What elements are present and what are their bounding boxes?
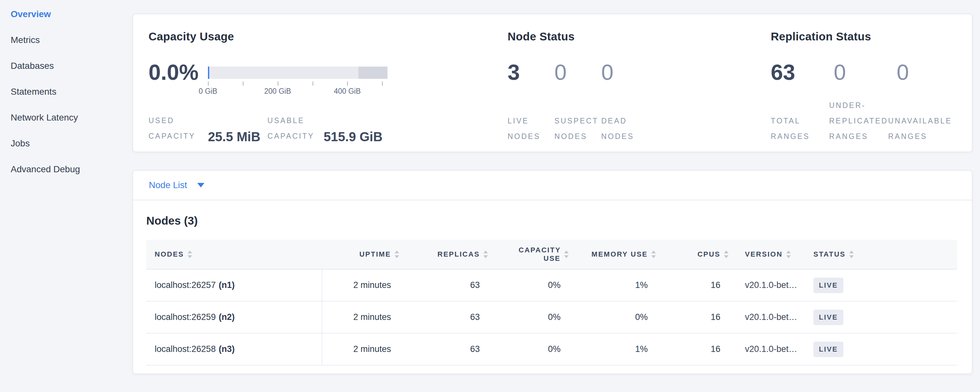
- status-cell: LIVE: [805, 301, 957, 333]
- dead-nodes-label: DEAD NODES: [601, 97, 646, 144]
- memory-use-cell: 1%: [572, 333, 659, 365]
- capacity-gauge-row: 0.0%: [148, 61, 508, 97]
- capacity-use-cell: 0%: [492, 269, 572, 301]
- column-header-status[interactable]: STATUS: [805, 240, 957, 269]
- sort-icon: [564, 250, 569, 258]
- suspect-nodes-value: 0: [554, 61, 601, 84]
- status-badge: LIVE: [813, 342, 843, 357]
- live-nodes-value: 3: [508, 61, 554, 84]
- capacity-stats: USED CAPACITY 25.5 MiB USABLE CAPACITY 5…: [148, 113, 508, 144]
- axis-tick: [382, 81, 383, 86]
- node-address-cell[interactable]: localhost:26258(n3): [146, 333, 322, 365]
- replicas-cell: 63: [402, 333, 492, 365]
- total-ranges-value: 63: [771, 61, 834, 84]
- sidebar-item-network-latency[interactable]: Network Latency: [11, 113, 132, 122]
- replication-status-labels: TOTAL RANGES UNDER-REPLICATED RANGES UNA…: [771, 97, 972, 144]
- table-header-row: NODES UPTIME REPLICAS: [146, 240, 957, 269]
- version-cell: v20.1.0-bet…: [732, 333, 805, 365]
- usable-capacity-value: 515.9 GiB: [323, 130, 382, 143]
- cluster-summary-card: Capacity Usage 0.0%: [132, 14, 972, 152]
- capacity-usage-section: Capacity Usage 0.0%: [133, 14, 508, 151]
- capacity-usage-title: Capacity Usage: [148, 29, 508, 44]
- sidebar-item-jobs[interactable]: Jobs: [11, 139, 132, 148]
- unavailable-ranges-value: 0: [897, 61, 909, 84]
- table-row[interactable]: localhost:26257(n1) 2 minutes 63 0% 1% 1…: [146, 269, 957, 301]
- replicas-cell: 63: [402, 301, 492, 333]
- uptime-cell: 2 minutes: [322, 333, 402, 365]
- capacity-gauge-used-segment: [208, 67, 209, 79]
- sidebar-item-statements[interactable]: Statements: [11, 87, 132, 96]
- uptime-cell: 2 minutes: [322, 301, 402, 333]
- capacity-gauge-axis-labels: 0 GiB 200 GiB 400 GiB: [208, 87, 388, 97]
- node-address-cell[interactable]: localhost:26259(n2): [146, 301, 322, 333]
- admin-ui: Overview Metrics Databases Statements Ne…: [0, 0, 980, 387]
- capacity-gauge-reserved-segment: [358, 67, 388, 79]
- axis-tick: [278, 81, 278, 86]
- sort-icon: [651, 250, 656, 258]
- node-status-values: 3 0 0: [508, 61, 771, 84]
- column-header-version[interactable]: VERSION: [732, 240, 805, 269]
- replication-status-section: Replication Status 63 0 0 TOTAL RANGES U…: [771, 14, 972, 151]
- under-replicated-ranges-value: 0: [834, 61, 897, 84]
- node-id: (n3): [219, 344, 235, 354]
- nodes-table: NODES UPTIME REPLICAS: [146, 240, 957, 365]
- suspect-nodes-label: SUSPECT NODES: [554, 97, 601, 144]
- node-id: (n1): [219, 280, 235, 290]
- node-list-card: Node List Nodes (3) NODES: [132, 170, 972, 374]
- sort-icon: [483, 250, 488, 258]
- sidebar-item-advanced-debug[interactable]: Advanced Debug: [11, 165, 132, 174]
- column-header-memory-use[interactable]: MEMORY USE: [572, 240, 659, 269]
- sidebar-item-metrics[interactable]: Metrics: [11, 35, 132, 45]
- memory-use-cell: 0%: [572, 301, 659, 333]
- chevron-down-icon: [197, 183, 204, 187]
- column-header-uptime[interactable]: UPTIME: [322, 240, 402, 269]
- capacity-use-cell: 0%: [492, 301, 572, 333]
- node-list-dropdown-label: Node List: [149, 181, 187, 190]
- cpus-cell: 16: [659, 269, 732, 301]
- replication-status-values: 63 0 0: [771, 61, 972, 84]
- total-ranges-label: TOTAL RANGES: [771, 97, 829, 144]
- column-header-replicas[interactable]: REPLICAS: [402, 240, 492, 269]
- column-header-nodes[interactable]: NODES: [146, 240, 322, 269]
- node-id: (n2): [219, 312, 235, 322]
- used-capacity-label: USED CAPACITY: [148, 113, 202, 144]
- unavailable-ranges-label: UNAVAILABLE RANGES: [888, 97, 972, 144]
- replicas-cell: 63: [402, 269, 492, 301]
- node-address-cell[interactable]: localhost:26257(n1): [146, 269, 322, 301]
- column-header-cpus[interactable]: CPUS: [659, 240, 732, 269]
- nodes-table-title: Nodes (3): [146, 214, 957, 228]
- column-header-capacity-use[interactable]: CAPACITY USE: [492, 240, 572, 269]
- under-replicated-ranges-label: UNDER-REPLICATED RANGES: [829, 97, 888, 144]
- node-status-title: Node Status: [508, 29, 771, 44]
- capacity-use-cell: 0%: [492, 333, 572, 365]
- table-row[interactable]: localhost:26259(n2) 2 minutes 63 0% 0% 1…: [146, 301, 957, 333]
- sidebar-item-overview[interactable]: Overview: [11, 10, 132, 19]
- cpus-cell: 16: [659, 333, 732, 365]
- cpus-cell: 16: [659, 301, 732, 333]
- node-list-view-dropdown[interactable]: Node List: [133, 171, 972, 200]
- table-row[interactable]: localhost:26258(n3) 2 minutes 63 0% 1% 1…: [146, 333, 957, 365]
- live-nodes-label: LIVE NODES: [508, 97, 554, 144]
- axis-label: 0 GiB: [199, 87, 217, 96]
- memory-use-cell: 1%: [572, 269, 659, 301]
- sidebar: Overview Metrics Databases Statements Ne…: [0, 0, 132, 387]
- status-badge: LIVE: [813, 277, 843, 293]
- status-cell: LIVE: [805, 333, 957, 365]
- sidebar-item-databases[interactable]: Databases: [11, 61, 132, 70]
- sort-icon: [187, 250, 192, 258]
- node-list-body: Nodes (3) NODES UPTIME: [133, 214, 972, 374]
- main-content: Capacity Usage 0.0%: [132, 0, 980, 387]
- used-capacity-value: 25.5 MiB: [208, 130, 260, 143]
- axis-label: 400 GiB: [334, 87, 361, 96]
- uptime-cell: 2 minutes: [322, 269, 402, 301]
- node-status-labels: LIVE NODES SUSPECT NODES DEAD NODES: [508, 97, 771, 144]
- capacity-gauge-bar: [208, 67, 388, 79]
- capacity-gauge: 0 GiB 200 GiB 400 GiB: [208, 61, 388, 97]
- version-cell: v20.1.0-bet…: [732, 269, 805, 301]
- axis-tick: [243, 81, 243, 86]
- axis-tick: [313, 81, 313, 86]
- status-cell: LIVE: [805, 269, 957, 301]
- capacity-gauge-axis: [208, 81, 388, 86]
- sort-icon: [724, 250, 729, 258]
- usable-capacity-label: USABLE CAPACITY: [267, 113, 318, 144]
